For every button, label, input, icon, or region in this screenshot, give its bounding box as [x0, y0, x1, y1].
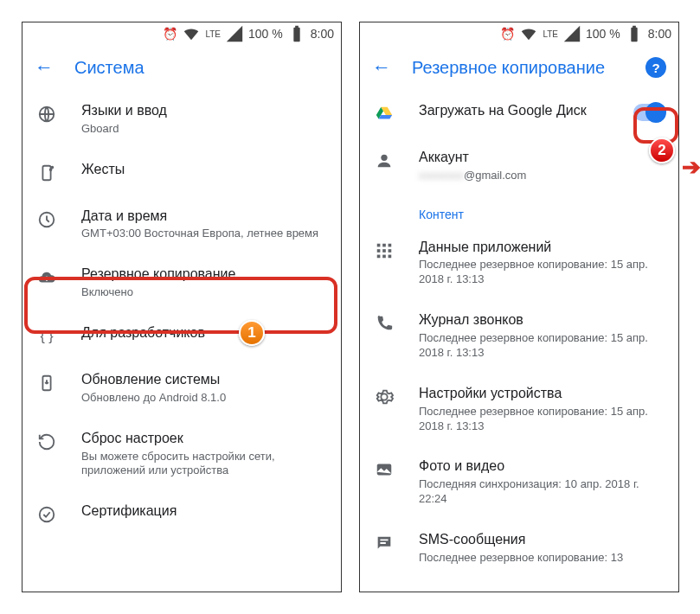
item-app-data[interactable]: Данные приложенийПоследнее резервное коп…: [360, 227, 678, 300]
item-call-log[interactable]: Журнал звонковПоследнее резервное копиро…: [360, 299, 678, 373]
item-sms[interactable]: SMS-сообщенияПоследнее резервное копиров…: [360, 519, 678, 578]
svg-rect-17: [377, 464, 392, 476]
label: SMS-сообщения: [419, 531, 665, 549]
svg-point-6: [40, 508, 55, 522]
battery-icon: [287, 24, 306, 43]
sublabel: Вы можете сбросить настройки сети, прило…: [81, 450, 327, 479]
item-upload-drive[interactable]: Загружать на Google Диск: [360, 90, 678, 137]
badge-2: 2: [649, 138, 675, 163]
wifi-icon: [519, 24, 538, 43]
label: Дата и время: [81, 208, 327, 226]
svg-rect-13: [389, 249, 392, 253]
svg-rect-8: [377, 243, 381, 246]
system-update-icon: [36, 373, 57, 393]
svg-rect-12: [382, 249, 386, 253]
page-title: Резервное копирование: [412, 58, 625, 78]
time-text: 8:00: [311, 27, 334, 41]
status-bar: ⏰ LTE 100 % 8:00: [360, 22, 678, 45]
alarm-icon: ⏰: [500, 27, 515, 41]
phone-icon: [374, 313, 395, 334]
label: Настройки устройства: [419, 385, 665, 403]
braces-icon: { }: [36, 326, 57, 347]
svg-rect-11: [377, 249, 381, 253]
item-certification[interactable]: Сертификация: [22, 490, 341, 537]
svg-rect-16: [389, 254, 392, 258]
upload-toggle[interactable]: [633, 104, 665, 121]
svg-rect-10: [389, 243, 392, 246]
signal-icon: [562, 24, 581, 43]
arrow-indicator: ➔: [682, 154, 700, 181]
page-title: Система: [74, 58, 329, 78]
image-icon: [374, 459, 395, 480]
help-icon[interactable]: ?: [645, 57, 666, 78]
header: ← Резервное копирование ?: [360, 45, 678, 90]
wifi-icon: [182, 24, 201, 43]
label: Языки и ввод: [81, 102, 327, 120]
sublabel: Gboard: [81, 122, 327, 137]
sublabel: Последняя синхронизация: 10 апр. 2018 г.…: [419, 477, 665, 507]
signal-icon: [225, 24, 244, 43]
label: Загружать на Google Диск: [419, 102, 609, 120]
sublabel: Последнее резервное копирование: 13: [419, 551, 665, 566]
section-content: Контент: [360, 195, 678, 227]
sublabel: GMT+03:00 Восточная Европа, летнее время: [81, 227, 327, 241]
clock-icon: [36, 209, 57, 230]
verified-icon: [36, 504, 57, 525]
gesture-icon: [36, 163, 57, 183]
item-account[interactable]: Аккаунтxxxxxxxx@gmail.com: [360, 137, 678, 195]
svg-rect-9: [382, 243, 386, 246]
battery-icon: [625, 24, 644, 43]
apps-icon: [374, 240, 395, 261]
label: Резервное копирование: [81, 265, 327, 284]
header: ← Система: [22, 45, 341, 90]
sublabel: Последнее резервное копирование: 15 апр.…: [419, 331, 665, 361]
globe-icon: [36, 104, 57, 125]
status-bar: ⏰ LTE 100 % 8:00: [22, 22, 341, 45]
item-datetime[interactable]: Дата и времяGMT+03:00 Восточная Европа, …: [22, 195, 341, 254]
back-arrow-icon[interactable]: ←: [372, 56, 391, 79]
svg-point-7: [381, 155, 387, 161]
sublabel: Обновлено до Android 8.1.0: [81, 391, 327, 406]
account-icon: [374, 150, 395, 171]
label: Сброс настроек: [81, 430, 327, 448]
back-arrow-icon[interactable]: ←: [35, 56, 54, 79]
svg-point-3: [52, 166, 54, 168]
label: Журнал звонков: [419, 311, 665, 329]
item-reset[interactable]: Сброс настроекВы можете сбросить настрой…: [22, 418, 341, 491]
gear-icon: [374, 387, 395, 407]
sublabel: Последнее резервное копирование: 15 апр.…: [419, 258, 665, 287]
item-update[interactable]: Обновление системыОбновлено до Android 8…: [22, 359, 341, 418]
item-device-settings[interactable]: Настройки устройстваПоследнее резервное …: [360, 373, 678, 446]
svg-rect-14: [377, 254, 381, 258]
item-languages[interactable]: Языки и вводGboard: [22, 90, 341, 149]
phone-system: ⏰ LTE 100 % 8:00 ← Система Языки и вводG…: [22, 22, 342, 592]
lte-label: LTE: [205, 29, 221, 39]
alarm-icon: ⏰: [163, 27, 177, 41]
sublabel: xxxxxxxx@gmail.com: [419, 169, 665, 183]
sublabel: Включено: [81, 285, 327, 300]
label: Фото и видео: [419, 457, 665, 476]
badge-1: 1: [239, 320, 265, 346]
label: Обновление системы: [81, 371, 327, 389]
sublabel: Последнее резервное копирование: 15 апр.…: [419, 405, 665, 434]
item-backup[interactable]: Резервное копированиеВключено: [22, 253, 341, 312]
svg-point-2: [50, 169, 52, 170]
restore-icon: [36, 432, 57, 452]
message-icon: [374, 533, 395, 553]
svg-rect-1: [42, 165, 50, 180]
battery-text: 100 %: [248, 27, 283, 41]
label: Данные приложений: [419, 239, 665, 257]
phone-backup: ⏰ LTE 100 % 8:00 ← Резервное копирование…: [359, 22, 679, 592]
label: Аккаунт: [419, 149, 665, 167]
svg-rect-15: [382, 254, 386, 258]
time-text: 8:00: [648, 27, 671, 41]
battery-text: 100 %: [586, 27, 620, 41]
label: Для разработчиков: [81, 324, 327, 342]
lte-label: LTE: [543, 29, 558, 39]
item-photo-video[interactable]: Фото и видеоПоследняя синхронизация: 10 …: [360, 445, 678, 519]
label: Жесты: [81, 161, 327, 179]
item-developer[interactable]: { } Для разработчиков: [22, 312, 341, 359]
google-drive-icon: [374, 104, 395, 125]
cloud-upload-icon: [36, 267, 57, 288]
item-gestures[interactable]: Жесты: [22, 149, 341, 195]
